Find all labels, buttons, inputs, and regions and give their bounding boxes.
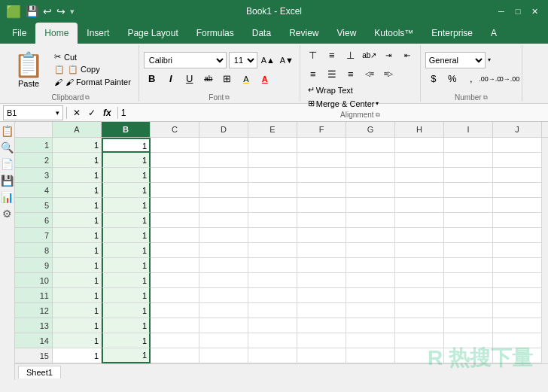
list-item[interactable] — [346, 228, 395, 243]
list-item[interactable] — [395, 273, 444, 288]
list-item[interactable]: 1 — [53, 348, 102, 363]
list-item[interactable]: 1 — [53, 138, 102, 153]
decrease-font-button[interactable]: A▼ — [279, 52, 295, 68]
list-item[interactable] — [151, 348, 199, 363]
list-item[interactable] — [297, 273, 346, 288]
list-item[interactable] — [493, 243, 542, 258]
comma-button[interactable]: , — [463, 71, 480, 87]
list-item[interactable] — [199, 228, 248, 243]
list-item[interactable] — [151, 168, 199, 183]
font-size-select[interactable]: 11 — [229, 52, 257, 68]
col-header-E[interactable]: E — [248, 122, 297, 137]
sidebar-clipboard-icon[interactable]: 📋 — [1, 125, 14, 137]
tab-insert[interactable]: Insert — [78, 23, 118, 44]
borders-button[interactable]: ⊞ — [219, 71, 236, 87]
list-item[interactable]: 1 — [53, 168, 102, 183]
list-item[interactable]: 1 — [102, 258, 151, 273]
format-painter-button[interactable]: 🖌 🖌 Format Painter — [51, 77, 134, 87]
ltr-button[interactable]: ≡▷ — [380, 65, 397, 82]
indent-increase-button[interactable]: ⇥ — [380, 47, 397, 63]
list-item[interactable] — [248, 273, 297, 288]
list-item[interactable] — [248, 198, 297, 213]
col-header-J[interactable]: J — [493, 122, 542, 137]
font-color-button[interactable]: A — [257, 71, 273, 87]
list-item[interactable] — [395, 318, 444, 333]
name-box[interactable]: B1 ▾ — [3, 105, 63, 120]
list-item[interactable] — [395, 243, 444, 258]
redo-icon[interactable]: ↪ — [56, 5, 65, 17]
list-item[interactable] — [248, 288, 297, 303]
row-header-8[interactable]: 8 — [15, 243, 52, 258]
list-item[interactable] — [297, 348, 346, 363]
list-item[interactable] — [395, 288, 444, 303]
tab-home[interactable]: Home — [35, 23, 78, 44]
underline-button[interactable]: U — [181, 71, 198, 87]
list-item[interactable] — [395, 153, 444, 168]
list-item[interactable] — [493, 228, 542, 243]
percent-button[interactable]: % — [444, 71, 461, 87]
list-item[interactable] — [444, 213, 493, 228]
list-item[interactable] — [151, 213, 199, 228]
list-item[interactable] — [199, 213, 248, 228]
list-item[interactable] — [493, 318, 542, 333]
list-item[interactable] — [444, 303, 493, 318]
text-angle-button[interactable]: ab↗ — [361, 47, 378, 63]
col-header-F[interactable]: F — [297, 122, 346, 137]
sheet-tab-1[interactable]: Sheet1 — [18, 366, 61, 378]
tab-kutools[interactable]: Kutools™ — [365, 23, 422, 44]
list-item[interactable] — [151, 153, 199, 168]
row-header-12[interactable]: 12 — [15, 303, 52, 318]
list-item[interactable] — [346, 333, 395, 348]
list-item[interactable]: 1 — [102, 348, 151, 363]
list-item[interactable] — [248, 183, 297, 198]
list-item[interactable] — [444, 198, 493, 213]
row-header-7[interactable]: 7 — [15, 228, 52, 243]
list-item[interactable]: 1 — [53, 153, 102, 168]
list-item[interactable] — [248, 243, 297, 258]
list-item[interactable] — [493, 183, 542, 198]
list-item[interactable] — [151, 138, 199, 153]
list-item[interactable] — [493, 348, 542, 363]
list-item[interactable] — [444, 183, 493, 198]
col-header-A[interactable]: A — [53, 122, 102, 137]
list-item[interactable] — [297, 198, 346, 213]
list-item[interactable] — [199, 153, 248, 168]
list-item[interactable] — [248, 228, 297, 243]
col-header-G[interactable]: G — [346, 122, 395, 137]
list-item[interactable] — [346, 183, 395, 198]
italic-button[interactable]: I — [163, 71, 179, 87]
number-format-dropdown-icon[interactable]: ▾ — [488, 56, 491, 63]
list-item[interactable] — [493, 213, 542, 228]
sidebar-document-icon[interactable]: 📄 — [1, 158, 14, 170]
list-item[interactable] — [199, 138, 248, 153]
list-item[interactable] — [395, 303, 444, 318]
list-item[interactable] — [199, 273, 248, 288]
list-item[interactable] — [297, 228, 346, 243]
align-center-button[interactable]: ☰ — [324, 65, 340, 82]
list-item[interactable] — [199, 303, 248, 318]
row-header-13[interactable]: 13 — [15, 318, 52, 333]
list-item[interactable] — [346, 258, 395, 273]
list-item[interactable] — [199, 348, 248, 363]
list-item[interactable] — [493, 288, 542, 303]
font-family-select[interactable]: Calibri — [144, 52, 227, 68]
list-item[interactable] — [151, 198, 199, 213]
list-item[interactable] — [444, 333, 493, 348]
col-header-B[interactable]: B — [102, 122, 151, 137]
list-item[interactable]: 1 — [102, 213, 151, 228]
list-item[interactable] — [444, 168, 493, 183]
sidebar-search-icon[interactable]: 🔍 — [1, 141, 14, 153]
list-item[interactable] — [151, 273, 199, 288]
list-item[interactable] — [346, 243, 395, 258]
list-item[interactable] — [297, 288, 346, 303]
font-expand-icon[interactable]: ⧉ — [225, 94, 230, 102]
col-header-D[interactable]: D — [199, 122, 248, 137]
list-item[interactable]: 1 — [102, 168, 151, 183]
list-item[interactable]: 1 — [102, 303, 151, 318]
row-header-2[interactable]: 2 — [15, 153, 52, 168]
align-middle-button[interactable]: ≡ — [324, 47, 340, 63]
list-item[interactable]: 1 — [53, 288, 102, 303]
col-header-C[interactable]: C — [151, 122, 199, 137]
list-item[interactable] — [151, 303, 199, 318]
list-item[interactable] — [199, 288, 248, 303]
